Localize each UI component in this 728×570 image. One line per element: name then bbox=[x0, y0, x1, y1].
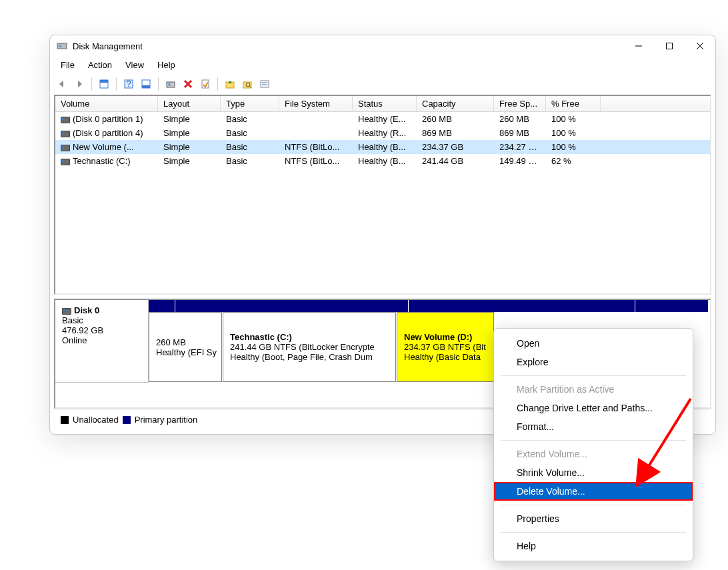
unallocated-swatch bbox=[61, 416, 69, 424]
settings-list-icon[interactable] bbox=[257, 76, 273, 92]
cell: New Volume (... bbox=[55, 141, 158, 153]
delete-icon[interactable] bbox=[180, 76, 196, 92]
cell: Basic bbox=[221, 155, 279, 167]
menu-help[interactable]: Help bbox=[151, 58, 182, 72]
cell: NTFS (BitLo... bbox=[279, 141, 353, 153]
col-status[interactable]: Status bbox=[353, 96, 417, 111]
svg-point-13 bbox=[168, 83, 171, 86]
menu-separator bbox=[501, 505, 686, 505]
cell: Healthy (R... bbox=[353, 127, 417, 139]
volume-list: Volume Layout Type File System Status Ca… bbox=[54, 95, 711, 295]
partition-bar-segment bbox=[635, 300, 709, 312]
legend-primary: Primary partition bbox=[135, 415, 198, 425]
cell: 100 % bbox=[546, 127, 601, 139]
partition-status: Healthy (Basic Data bbox=[404, 352, 487, 362]
context-menu[interactable]: OpenExploreMark Partition as ActiveChang… bbox=[493, 328, 693, 561]
menu-item-delete-volume[interactable]: Delete Volume... bbox=[494, 482, 693, 501]
partition-bar-segment bbox=[149, 300, 175, 312]
cell: Simple bbox=[158, 141, 221, 153]
view-top-icon[interactable] bbox=[96, 76, 112, 92]
volume-row[interactable]: New Volume (...SimpleBasicNTFS (BitLo...… bbox=[55, 140, 710, 154]
col-filesystem[interactable]: File System bbox=[279, 96, 353, 111]
partition-bar-segment bbox=[409, 300, 635, 312]
toolbar-separator bbox=[217, 77, 218, 91]
menu-item-shrink-volume[interactable]: Shrink Volume... bbox=[494, 463, 693, 482]
toolbar-separator bbox=[116, 77, 117, 91]
cell: Simple bbox=[158, 155, 221, 167]
volume-icon bbox=[61, 131, 70, 137]
cell: NTFS (BitLo... bbox=[279, 155, 353, 167]
menu-item-format[interactable]: Format... bbox=[494, 417, 693, 436]
minimize-button[interactable] bbox=[623, 35, 654, 57]
col-capacity[interactable]: Capacity bbox=[417, 96, 494, 111]
svg-rect-3 bbox=[667, 43, 673, 49]
partition-box[interactable]: 260 MBHealthy (EFI Sy bbox=[149, 312, 222, 382]
cell: 149.49 GB bbox=[494, 155, 546, 167]
col-free[interactable]: Free Sp... bbox=[494, 96, 546, 111]
cell: 869 MB bbox=[417, 127, 494, 139]
menu-item-open[interactable]: Open bbox=[494, 334, 693, 353]
cell: 869 MB bbox=[494, 127, 546, 139]
col-volume[interactable]: Volume bbox=[55, 96, 158, 111]
partition-bar-segment bbox=[175, 300, 409, 312]
help-icon[interactable]: ? bbox=[121, 76, 137, 92]
window-title: Disk Management bbox=[73, 41, 623, 51]
folder-up-icon[interactable] bbox=[222, 76, 238, 92]
cell: Basic bbox=[221, 127, 279, 139]
col-pctfree[interactable]: % Free bbox=[546, 96, 601, 111]
menu-separator bbox=[501, 532, 686, 533]
svg-rect-19 bbox=[261, 81, 269, 87]
disk-info[interactable]: Disk 0 Basic 476.92 GB Online bbox=[55, 300, 149, 383]
menu-action[interactable]: Action bbox=[81, 58, 119, 72]
menu-view[interactable]: View bbox=[119, 58, 151, 72]
disk-type: Basic bbox=[62, 315, 141, 325]
toolbar: ? bbox=[50, 75, 715, 95]
volume-row[interactable]: (Disk 0 partition 4)SimpleBasicHealthy (… bbox=[55, 126, 710, 140]
menu-item-help[interactable]: Help bbox=[494, 537, 693, 555]
menu-item-properties[interactable]: Properties bbox=[494, 509, 693, 528]
partition-desc: 234.37 GB NTFS (Bit bbox=[404, 342, 487, 352]
volume-row[interactable]: Technastic (C:)SimpleBasicNTFS (BitLo...… bbox=[55, 154, 710, 168]
cell: Basic bbox=[221, 113, 279, 125]
cell: Healthy (B... bbox=[353, 155, 417, 167]
titlebar: Disk Management bbox=[50, 35, 715, 57]
volume-row[interactable]: (Disk 0 partition 1)SimpleBasicHealthy (… bbox=[55, 112, 710, 126]
cell: 100 % bbox=[546, 141, 601, 153]
partition-name: New Volume (D:) bbox=[404, 332, 487, 342]
partition-bar bbox=[149, 300, 710, 312]
refresh-icon[interactable] bbox=[163, 76, 179, 92]
volume-icon bbox=[61, 117, 70, 123]
col-type[interactable]: Type bbox=[221, 96, 279, 111]
col-layout[interactable]: Layout bbox=[158, 96, 221, 111]
menu-item-mark-partition-as-active: Mark Partition as Active bbox=[494, 380, 693, 399]
forward-button[interactable] bbox=[71, 76, 87, 92]
view-bottom-icon[interactable] bbox=[138, 76, 154, 92]
svg-text:?: ? bbox=[126, 79, 131, 89]
cell: 100 % bbox=[546, 113, 601, 125]
cell: Basic bbox=[221, 141, 279, 153]
menu-item-extend-volume: Extend Volume... bbox=[494, 445, 693, 463]
menubar: File Action View Help bbox=[50, 57, 715, 75]
menu-file[interactable]: File bbox=[54, 58, 81, 72]
partition-desc: 241.44 GB NTFS (BitLocker Encrypte bbox=[230, 342, 389, 352]
cell: (Disk 0 partition 1) bbox=[55, 113, 158, 125]
partition-box[interactable]: New Volume (D:)234.37 GB NTFS (BitHealth… bbox=[397, 312, 494, 382]
close-button[interactable] bbox=[685, 35, 715, 57]
cell: Simple bbox=[158, 113, 221, 125]
primary-swatch bbox=[123, 416, 131, 424]
search-icon[interactable] bbox=[239, 76, 255, 92]
maximize-button[interactable] bbox=[654, 35, 685, 57]
disk-size: 476.92 GB bbox=[62, 325, 141, 335]
legend-unallocated: Unallocated bbox=[73, 415, 119, 425]
disk-name: Disk 0 bbox=[74, 305, 99, 315]
properties-icon[interactable] bbox=[197, 76, 213, 92]
cell: 260 MB bbox=[494, 113, 546, 125]
partition-box[interactable]: Technastic (C:)241.44 GB NTFS (BitLocker… bbox=[223, 312, 396, 382]
menu-item-change-drive-letter-and-paths[interactable]: Change Drive Letter and Paths... bbox=[494, 399, 693, 417]
menu-separator bbox=[501, 440, 686, 441]
menu-item-explore[interactable]: Explore bbox=[494, 353, 693, 371]
partition-desc: 260 MB bbox=[156, 337, 215, 347]
back-button[interactable] bbox=[54, 76, 70, 92]
cell: 260 MB bbox=[417, 113, 494, 125]
cell: 234.27 GB bbox=[494, 141, 546, 153]
